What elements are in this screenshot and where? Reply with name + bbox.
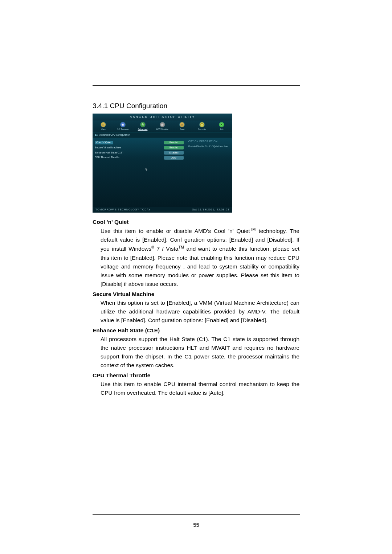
description-content: Cool 'n' Quiet Use this item to enable o… bbox=[93, 218, 299, 397]
exit-icon: ✕ bbox=[219, 122, 224, 127]
nav-main[interactable]: ⌂ Main bbox=[93, 122, 113, 131]
nav-advanced[interactable]: ✎ Advanced bbox=[133, 122, 152, 131]
item-body: All processors support the Halt State (C… bbox=[101, 335, 299, 370]
footer-datetime: Sat 11/19/2011, 22:59:53 bbox=[192, 208, 229, 211]
bios-footer: TOMORROW'S TECHNOLOGY TODAY Sat 11/19/20… bbox=[93, 207, 232, 213]
bios-options-list: Cool 'n' Quiet Enabled Secure Virtual Ma… bbox=[93, 138, 186, 207]
item-title: CPU Thermal Throttle bbox=[93, 371, 299, 380]
bios-hint-panel: OPTION DESCRIPTION Enable/Disable Cool '… bbox=[186, 138, 232, 207]
item-body: When this option is set to [Enabled], a … bbox=[101, 299, 299, 325]
section-number: 3.4.1 bbox=[93, 102, 108, 110]
item-title: Cool 'n' Quiet bbox=[93, 218, 299, 226]
bios-breadcrumb: Advanced\CPU Configuration bbox=[93, 132, 232, 138]
home-icon: ⌂ bbox=[101, 122, 106, 127]
hint-title: OPTION DESCRIPTION bbox=[188, 140, 230, 144]
section-title-text: CPU Configuration bbox=[110, 102, 167, 110]
option-c1e[interactable]: Enhance Halt State(C1E) Disabled bbox=[95, 150, 184, 155]
gauge-icon: ◉ bbox=[120, 122, 126, 127]
shield-icon: ◯ bbox=[199, 122, 205, 127]
monitor-icon: ▭ bbox=[160, 122, 165, 127]
nav-exit[interactable]: ✕ Exit bbox=[212, 122, 232, 131]
hint-body: Enable/Disable Cool 'n' Quiet function bbox=[188, 145, 230, 148]
bios-screenshot: ASROCK UEFI SETUP UTILITY ⌂ Main ◉ OC Tw… bbox=[93, 114, 232, 213]
nav-security[interactable]: ◯ Security bbox=[192, 122, 212, 131]
back-arrow-icon[interactable] bbox=[95, 134, 98, 136]
nav-oc-tweaker[interactable]: ◉ OC Tweaker bbox=[113, 122, 132, 131]
item-title: Enhance Halt State (C1E) bbox=[93, 326, 299, 335]
item-title: Secure Virtual Machine bbox=[93, 290, 299, 299]
nav-hw-monitor[interactable]: ▭ H/W Monitor bbox=[152, 122, 172, 131]
nav-boot[interactable]: ◎ Boot bbox=[172, 122, 192, 131]
option-secure-vm[interactable]: Secure Virtual Machine Enabled bbox=[95, 145, 184, 150]
bios-body: Cool 'n' Quiet Enabled Secure Virtual Ma… bbox=[93, 138, 232, 207]
wrench-icon: ✎ bbox=[140, 122, 146, 127]
section-heading: 3.4.1 CPU Configuration bbox=[93, 102, 299, 110]
rule-top bbox=[93, 85, 300, 86]
bios-window-title: ASROCK UEFI SETUP UTILITY bbox=[93, 114, 232, 120]
footer-tagline: TOMORROW'S TECHNOLOGY TODAY bbox=[95, 208, 151, 211]
manual-page: 3.4.1 CPU Configuration ASROCK UEFI SETU… bbox=[0, 0, 392, 554]
option-thermal-throttle[interactable]: CPU Thermal Throttle Auto bbox=[95, 155, 184, 160]
rule-bottom bbox=[93, 514, 300, 515]
bios-nav: ⌂ Main ◉ OC Tweaker ✎ Advanced ▭ H/W Mon… bbox=[93, 120, 232, 132]
item-body: Use this item to enable CPU internal the… bbox=[101, 380, 299, 397]
item-body: Use this item to enable or disable AMD's… bbox=[101, 226, 299, 288]
target-icon: ◎ bbox=[179, 122, 185, 127]
page-number: 55 bbox=[93, 522, 300, 528]
option-cool-n-quiet[interactable]: Cool 'n' Quiet Enabled bbox=[95, 140, 184, 145]
